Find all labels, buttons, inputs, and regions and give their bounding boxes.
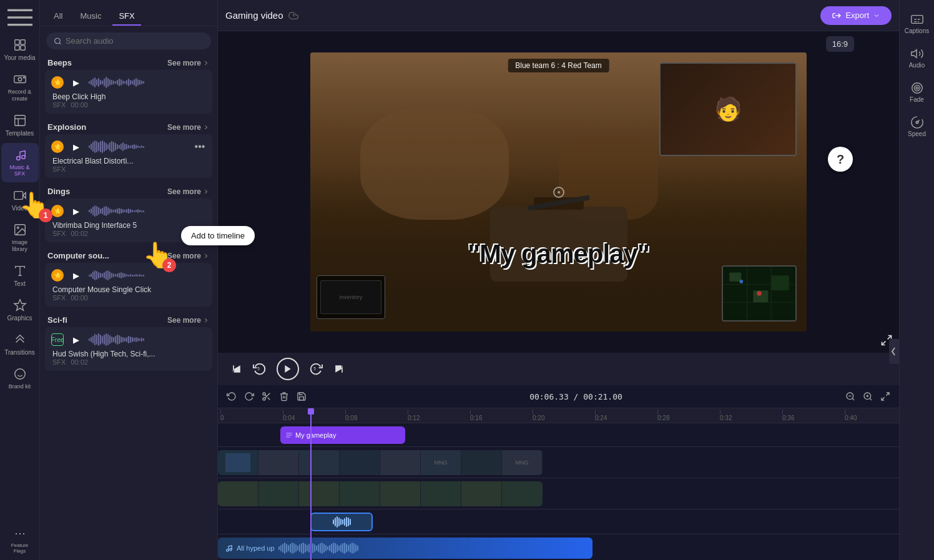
tab-music[interactable]: Music	[74, 7, 107, 26]
section-scifi-title: Sci-fi	[47, 315, 67, 325]
ratio-badge[interactable]: 16:9	[826, 36, 854, 52]
skip-end-button[interactable]	[333, 363, 345, 375]
sfx-item-exp1[interactable]: ••• ⭐ ▶ Electrical Blast Distorti... SFX	[45, 134, 212, 178]
sidebar-item-your-media[interactable]: Your media	[1, 33, 39, 66]
section-beeps-header: Beeps See more	[45, 53, 212, 70]
sidebar-item-text[interactable]: Text	[1, 259, 39, 292]
svg-point-48	[263, 398, 265, 400]
waveform-ding1	[89, 204, 206, 219]
sidebar-item-record[interactable]: Record & create	[1, 67, 39, 107]
redo-button[interactable]	[242, 389, 257, 404]
svg-rect-4	[20, 40, 24, 44]
time-display: 00:06.33 / 00:21.00	[529, 392, 622, 401]
sidebar-item-feature-flags[interactable]: ⋯ FeatureFlags	[1, 521, 39, 559]
play-beep1[interactable]: ▶	[69, 75, 84, 90]
svg-point-69	[914, 85, 920, 91]
see-more-dings[interactable]: See more	[167, 187, 210, 196]
svg-text:5: 5	[313, 366, 316, 371]
track-row-video1: MNG MNG	[218, 447, 899, 478]
zoom-out-button[interactable]	[843, 389, 858, 404]
sidebar-label-feature-flags: FeatureFlags	[11, 543, 29, 554]
section-dings-header: Dings See more	[45, 182, 212, 199]
skip-start-button[interactable]	[230, 363, 243, 375]
sfx-name-exp1: Electrical Blast Distorti...	[52, 157, 206, 165]
tab-sfx[interactable]: SFX	[112, 7, 140, 26]
zoom-in-button[interactable]	[860, 389, 875, 404]
forward-5s-button[interactable]: 5	[309, 362, 323, 376]
svg-point-9	[23, 77, 24, 78]
svg-line-56	[870, 398, 872, 400]
waveform-exp1	[89, 139, 206, 154]
sidebar-item-brand-kit[interactable]: Brand kit	[1, 362, 39, 395]
see-more-scifi[interactable]: See more	[167, 316, 210, 325]
video-hud: Blue team 6 : 4 Red Team	[508, 59, 609, 72]
tab-all[interactable]: All	[47, 7, 69, 26]
export-button[interactable]: Export	[820, 6, 892, 25]
sidebar-item-graphics[interactable]: Graphics	[1, 293, 39, 327]
sfx-more-options[interactable]: •••	[192, 139, 207, 154]
playhead[interactable]	[310, 408, 312, 423]
sfx-item-comp1[interactable]: ⭐ ▶ Computer Mouse Single Click SFX 00:0…	[45, 263, 212, 307]
sidebar-item-image-library[interactable]: Image library	[1, 218, 39, 258]
sidebar-item-templates[interactable]: Templates	[1, 109, 39, 142]
see-more-computer[interactable]: See more	[167, 252, 210, 260]
rewind-5s-button[interactable]: 5	[253, 362, 267, 376]
video-controls: 5 5	[218, 353, 899, 385]
clip-sfx[interactable]	[310, 513, 373, 531]
svg-point-13	[16, 156, 20, 160]
clip-video1[interactable]: MNG MNG	[218, 450, 543, 475]
fit-timeline-button[interactable]	[878, 389, 893, 404]
timeline-scroll[interactable]: 0 0:04 0:08 0:12 0:16 0:20 0:24 0:28 0:3…	[218, 408, 899, 560]
svg-point-68	[912, 83, 922, 94]
sidebar-label-templates: Templates	[6, 130, 34, 137]
svg-marker-42	[233, 365, 240, 373]
captions-icon	[910, 12, 924, 26]
sidebar-label-transitions: Transitions	[4, 349, 35, 356]
svg-rect-6	[20, 46, 24, 50]
music-clip-label: All hyped up	[237, 544, 275, 552]
play-ding1[interactable]: ▶	[69, 204, 84, 219]
audio-button[interactable]: Audio	[901, 42, 933, 74]
hamburger-button[interactable]	[7, 5, 32, 30]
track-row-video2	[218, 478, 899, 509]
clip-my-gameplay[interactable]: My gameplay	[280, 426, 405, 444]
captions-button[interactable]: Captions	[901, 7, 933, 39]
delete-button[interactable]	[277, 389, 292, 404]
fade-button[interactable]: Fade	[901, 76, 933, 108]
sfx-item-beep1[interactable]: ⭐ ▶ Beep Click High SFX 00:00	[45, 70, 212, 114]
play-comp1[interactable]: ▶	[69, 268, 84, 283]
sfx-item-scifi1[interactable]: Free ▶ Hud Swish (High Tech, Sci-fi,... …	[45, 327, 212, 371]
playhead-handle[interactable]	[308, 408, 314, 415]
clip-music[interactable]: All hyped up	[218, 538, 592, 559]
clip-video2[interactable]	[218, 481, 543, 506]
svg-point-7	[18, 77, 22, 81]
undo-button[interactable]	[224, 389, 239, 404]
sidebar-item-video[interactable]: Video	[1, 184, 39, 217]
sidebar-item-music-sfx[interactable]: Music &SFX	[1, 143, 39, 183]
see-more-beeps[interactable]: See more	[167, 59, 210, 67]
play-scifi1[interactable]: ▶	[69, 332, 84, 347]
premium-badge: ⭐	[51, 76, 64, 89]
svg-rect-10	[14, 115, 25, 125]
panel-tabs: All Music SFX	[40, 0, 217, 26]
save-button[interactable]	[294, 389, 309, 404]
waveform-comp1	[89, 268, 206, 283]
sidebar-item-transitions[interactable]: Transitions	[1, 328, 39, 361]
sfx-meta-exp1: SFX	[52, 165, 206, 173]
sidebar-label-music-sfx: Music &SFX	[9, 164, 29, 178]
search-input[interactable]	[66, 36, 204, 46]
collapse-panel-button[interactable]	[889, 339, 899, 364]
search-bar	[46, 32, 211, 49]
panel-scroll[interactable]: Beeps See more ⭐ ▶ Beep Click High SFX 0…	[40, 53, 217, 560]
section-explosion-header: Explosion See more	[45, 117, 212, 134]
speed-button[interactable]: Speed	[901, 111, 933, 142]
help-button[interactable]: ?	[828, 147, 853, 172]
add-to-timeline-popup[interactable]: Add to timeline	[181, 226, 255, 245]
play-pause-button[interactable]	[277, 358, 299, 380]
video-area: Blue team 6 : 4 Red Team "My gameplay" 🧑	[218, 31, 899, 353]
free-badge-scifi: Free	[51, 333, 64, 346]
see-more-explosion[interactable]: See more	[167, 123, 210, 132]
cut-button[interactable]	[259, 389, 274, 404]
section-computer-header: Computer sou... See more	[45, 246, 212, 263]
play-exp1[interactable]: ▶	[69, 139, 84, 154]
